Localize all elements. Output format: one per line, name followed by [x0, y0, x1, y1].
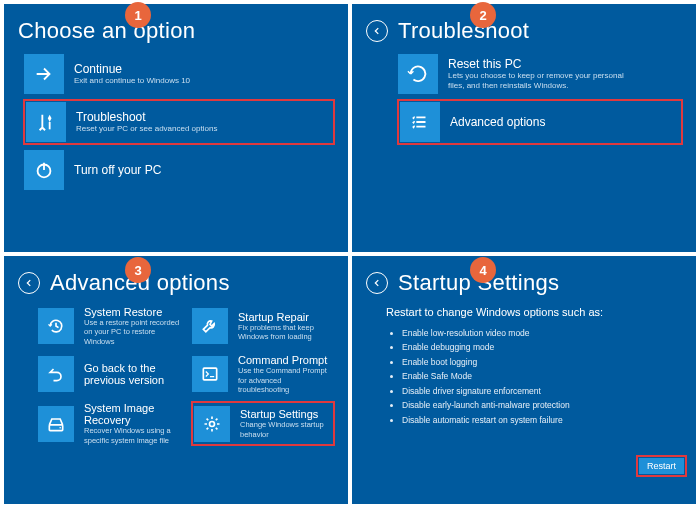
tile-command-prompt[interactable]: Command Prompt Use the Command Prompt fo…	[192, 354, 334, 394]
power-icon	[24, 150, 64, 190]
tile-subtitle: Recover Windows using a specific system …	[84, 426, 180, 445]
restore-clock-icon	[38, 308, 74, 344]
gear-icon	[194, 406, 230, 442]
tile-title: Reset this PC	[448, 57, 628, 71]
tile-troubleshoot[interactable]: Troubleshoot Reset your PC or see advanc…	[24, 100, 334, 144]
undo-icon	[38, 356, 74, 392]
tile-title: Continue	[74, 62, 190, 76]
panel-header: Startup Settings	[366, 270, 682, 296]
tile-list: Continue Exit and continue to Windows 10…	[24, 54, 334, 190]
tile-title: Startup Repair	[238, 311, 334, 323]
list-item: Enable debugging mode	[402, 340, 682, 354]
startup-subtitle: Restart to change Windows options such a…	[386, 306, 682, 318]
tile-body: Troubleshoot Reset your PC or see advanc…	[76, 110, 217, 134]
list-item: Enable low-resolution video mode	[402, 326, 682, 340]
tile-system-image-recovery[interactable]: System Image Recovery Recover Windows us…	[38, 402, 180, 445]
tile-body: Continue Exit and continue to Windows 10	[74, 62, 190, 86]
tile-title: System Image Recovery	[84, 402, 180, 426]
arrow-right-icon	[24, 54, 64, 94]
tile-subtitle: Use the Command Prompt for advanced trou…	[238, 366, 334, 394]
tile-advanced-options[interactable]: Advanced options	[398, 100, 682, 144]
tile-body: System Restore Use a restore point recor…	[84, 306, 180, 346]
tile-body: Turn off your PC	[74, 163, 161, 177]
tile-body: Advanced options	[450, 115, 545, 129]
tile-subtitle: Lets you choose to keep or remove your p…	[448, 71, 628, 91]
tile-body: Startup Repair Fix problems that keep Wi…	[238, 311, 334, 342]
back-button[interactable]	[366, 20, 388, 42]
tile-subtitle: Fix problems that keep Windows from load…	[238, 323, 334, 342]
tile-title: Troubleshoot	[76, 110, 217, 124]
tile-body: Reset this PC Lets you choose to keep or…	[448, 57, 628, 91]
list-item: Disable automatic restart on system fail…	[402, 413, 682, 427]
list-item: Enable boot logging	[402, 355, 682, 369]
tile-title: Command Prompt	[238, 354, 334, 366]
tiles-grid: System Restore Use a restore point recor…	[38, 306, 334, 445]
back-button[interactable]	[366, 272, 388, 294]
list-item: Enable Safe Mode	[402, 369, 682, 383]
restart-button[interactable]: Restart	[639, 458, 684, 474]
tile-go-back[interactable]: Go back to the previous version	[38, 354, 180, 394]
startup-options-list: Enable low-resolution video mode Enable …	[402, 326, 682, 427]
refresh-icon	[398, 54, 438, 94]
step-badge-4: 4	[470, 257, 496, 283]
tile-title: Turn off your PC	[74, 163, 161, 177]
panel-choose-option: Choose an option Continue Exit and conti…	[4, 4, 348, 252]
tile-subtitle: Change Windows startup behavior	[240, 420, 332, 439]
terminal-icon	[192, 356, 228, 392]
tile-startup-repair[interactable]: Startup Repair Fix problems that keep Wi…	[192, 306, 334, 346]
tile-reset-pc[interactable]: Reset this PC Lets you choose to keep or…	[398, 54, 682, 94]
tile-system-restore[interactable]: System Restore Use a restore point recor…	[38, 306, 180, 346]
panel-startup-settings: Startup Settings Restart to change Windo…	[352, 256, 696, 504]
tile-body: Go back to the previous version	[84, 362, 180, 386]
tile-subtitle: Use a restore point recorded on your PC …	[84, 318, 180, 346]
tile-subtitle: Reset your PC or see advanced options	[76, 124, 217, 134]
step-badge-2: 2	[470, 2, 496, 28]
tile-continue[interactable]: Continue Exit and continue to Windows 10	[24, 54, 334, 94]
panel-title: Choose an option	[18, 18, 195, 44]
svg-point-3	[59, 427, 61, 429]
tools-icon	[26, 102, 66, 142]
svg-point-4	[210, 421, 215, 426]
step-badge-3: 3	[125, 257, 151, 283]
tile-startup-settings[interactable]: Startup Settings Change Windows startup …	[192, 402, 334, 445]
panels-grid: Choose an option Continue Exit and conti…	[0, 0, 700, 508]
tile-body: Startup Settings Change Windows startup …	[240, 408, 332, 439]
panel-troubleshoot: Troubleshoot Reset this PC Lets you choo…	[352, 4, 696, 252]
panel-title: Troubleshoot	[398, 18, 529, 44]
disc-icon	[38, 406, 74, 442]
list-item: Disable driver signature enforcement	[402, 384, 682, 398]
step-badge-1: 1	[125, 2, 151, 28]
panel-advanced-options: Advanced options System Restore Use a re…	[4, 256, 348, 504]
panel-header: Advanced options	[18, 270, 334, 296]
tile-title: System Restore	[84, 306, 180, 318]
tile-subtitle: Exit and continue to Windows 10	[74, 76, 190, 86]
tile-title: Go back to the previous version	[84, 362, 180, 386]
tile-body: Command Prompt Use the Command Prompt fo…	[238, 354, 334, 394]
list-icon	[400, 102, 440, 142]
svg-rect-1	[203, 368, 216, 380]
tile-list: Reset this PC Lets you choose to keep or…	[398, 54, 682, 144]
tile-turn-off[interactable]: Turn off your PC	[24, 150, 334, 190]
wrench-icon	[192, 308, 228, 344]
tile-body: System Image Recovery Recover Windows us…	[84, 402, 180, 445]
panel-header: Choose an option	[18, 18, 334, 44]
tile-title: Startup Settings	[240, 408, 332, 420]
back-button[interactable]	[18, 272, 40, 294]
tile-title: Advanced options	[450, 115, 545, 129]
panel-header: Troubleshoot	[366, 18, 682, 44]
list-item: Disable early-launch anti-malware protec…	[402, 398, 682, 412]
